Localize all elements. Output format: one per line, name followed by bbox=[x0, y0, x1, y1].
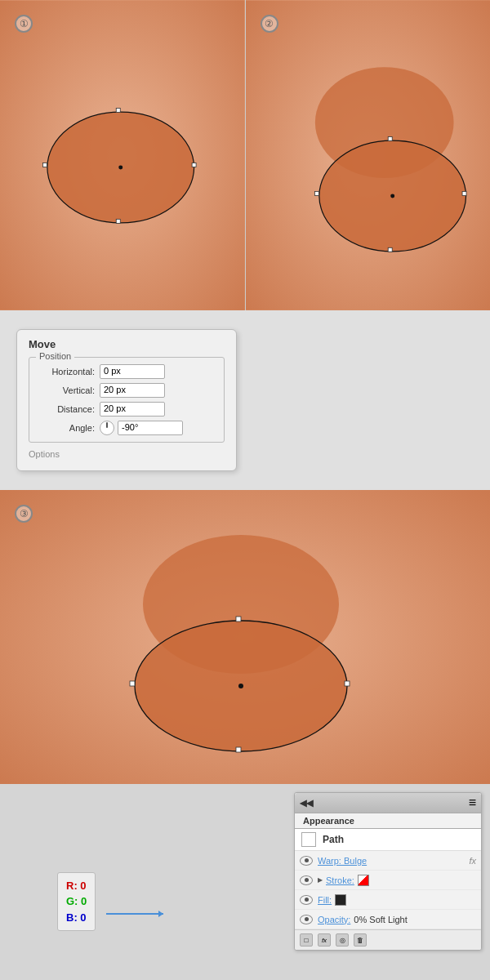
stroke-expand-icon[interactable]: ▶ bbox=[318, 876, 323, 884]
rgb-b-value: B: 0 bbox=[66, 910, 87, 926]
opacity-label[interactable]: Opacity: bbox=[318, 915, 350, 924]
fill-color-swatch[interactable] bbox=[335, 894, 346, 906]
step2-canvas bbox=[246, 0, 491, 310]
svg-rect-24 bbox=[236, 617, 241, 621]
rgb-r-value: R: 0 bbox=[66, 878, 87, 894]
svg-rect-22 bbox=[130, 681, 135, 686]
appearance-bottom-bar: □ fx ◎ 🗑 bbox=[295, 929, 481, 950]
appearance-area: R: 0 G: 0 B: 0 ◀◀ ≡ Appearance Path Warp… bbox=[0, 784, 490, 980]
rgb-arrow bbox=[106, 913, 163, 915]
appearance-menu-btn[interactable]: ≡ bbox=[469, 795, 476, 810]
svg-rect-4 bbox=[42, 163, 47, 167]
svg-rect-14 bbox=[462, 191, 466, 195]
svg-point-21 bbox=[238, 684, 243, 688]
target-icon[interactable]: ◎ bbox=[336, 933, 349, 947]
appearance-titlebar: ◀◀ ≡ bbox=[295, 793, 481, 813]
fill-visibility-icon[interactable] bbox=[300, 895, 313, 905]
warp-label[interactable]: Warp: Bulge bbox=[318, 856, 367, 866]
vertical-row: Vertical: 20 px bbox=[38, 383, 216, 398]
appearance-warp-row: Warp: Bulge fx bbox=[295, 851, 481, 871]
distance-input[interactable]: 20 px bbox=[100, 402, 165, 416]
horizontal-row: Horizontal: 0 px bbox=[38, 364, 216, 379]
dialog-title: Move bbox=[29, 338, 225, 350]
svg-rect-13 bbox=[314, 191, 318, 195]
path-swatch bbox=[301, 832, 316, 847]
distance-row: Distance: 20 px bbox=[38, 402, 216, 416]
top-panels-container: ① ② bbox=[0, 0, 490, 310]
stroke-color-swatch[interactable] bbox=[358, 875, 369, 886]
horizontal-label: Horizontal: bbox=[38, 367, 95, 376]
svg-rect-5 bbox=[192, 163, 196, 167]
step1-number: ① bbox=[15, 15, 33, 33]
svg-rect-15 bbox=[388, 137, 392, 141]
rgb-values-box: R: 0 G: 0 B: 0 bbox=[57, 872, 96, 932]
add-item-icon[interactable]: □ bbox=[300, 933, 313, 947]
fill-label[interactable]: Fill: bbox=[318, 895, 332, 905]
stroke-label[interactable]: Stroke: bbox=[326, 875, 354, 885]
svg-rect-6 bbox=[116, 109, 120, 113]
angle-row: Angle: -90° bbox=[38, 421, 216, 435]
vertical-label: Vertical: bbox=[38, 385, 95, 395]
svg-rect-25 bbox=[236, 747, 241, 752]
warp-visibility-icon[interactable] bbox=[300, 856, 313, 866]
step3-number: ③ bbox=[15, 505, 33, 523]
svg-rect-16 bbox=[388, 247, 392, 252]
appearance-path-row: Path bbox=[295, 829, 481, 851]
appearance-opacity-row: Opacity: 0% Soft Light bbox=[295, 910, 481, 929]
fx-icon[interactable]: fx bbox=[318, 933, 331, 947]
appearance-stroke-row: ▶ Stroke: bbox=[295, 871, 481, 890]
path-label: Path bbox=[323, 834, 344, 845]
angle-input[interactable]: -90° bbox=[118, 421, 183, 435]
delete-icon[interactable]: 🗑 bbox=[354, 933, 367, 947]
step2-number: ② bbox=[261, 15, 278, 33]
angle-label: Angle: bbox=[38, 423, 95, 433]
opacity-visibility-icon[interactable] bbox=[300, 915, 313, 924]
horizontal-input[interactable]: 0 px bbox=[100, 364, 165, 379]
step3-canvas bbox=[0, 490, 490, 784]
position-section: Position Horizontal: 0 px Vertical: 20 p… bbox=[29, 357, 225, 443]
position-label: Position bbox=[36, 351, 74, 361]
angle-dial[interactable] bbox=[100, 421, 114, 435]
stroke-visibility-icon[interactable] bbox=[300, 875, 313, 885]
panel-step3: ③ bbox=[0, 490, 490, 784]
svg-point-3 bbox=[118, 165, 122, 169]
rgb-g-value: G: 0 bbox=[66, 893, 87, 910]
svg-rect-7 bbox=[116, 219, 120, 223]
appearance-title-left: ◀◀ bbox=[300, 798, 313, 808]
appearance-panel: ◀◀ ≡ Appearance Path Warp: Bulge fx ▶ St… bbox=[294, 792, 482, 951]
svg-point-12 bbox=[390, 194, 394, 198]
appearance-fill-row: Fill: bbox=[295, 890, 481, 910]
move-dialog: Move Position Horizontal: 0 px Vertical:… bbox=[16, 329, 237, 471]
distance-label: Distance: bbox=[38, 404, 95, 414]
vertical-input[interactable]: 20 px bbox=[100, 383, 165, 398]
appearance-arrows: ◀◀ bbox=[300, 798, 313, 808]
step1-canvas bbox=[0, 0, 245, 310]
panel-step1: ① bbox=[0, 0, 246, 310]
panel-step2: ② bbox=[246, 0, 491, 310]
dialog-area: Move Position Horizontal: 0 px Vertical:… bbox=[0, 310, 490, 490]
options-label: Options bbox=[29, 449, 225, 459]
opacity-value: 0% Soft Light bbox=[354, 915, 407, 924]
appearance-tab[interactable]: Appearance bbox=[295, 813, 481, 829]
warp-fx-label: fx bbox=[469, 856, 476, 866]
svg-rect-23 bbox=[345, 681, 350, 686]
